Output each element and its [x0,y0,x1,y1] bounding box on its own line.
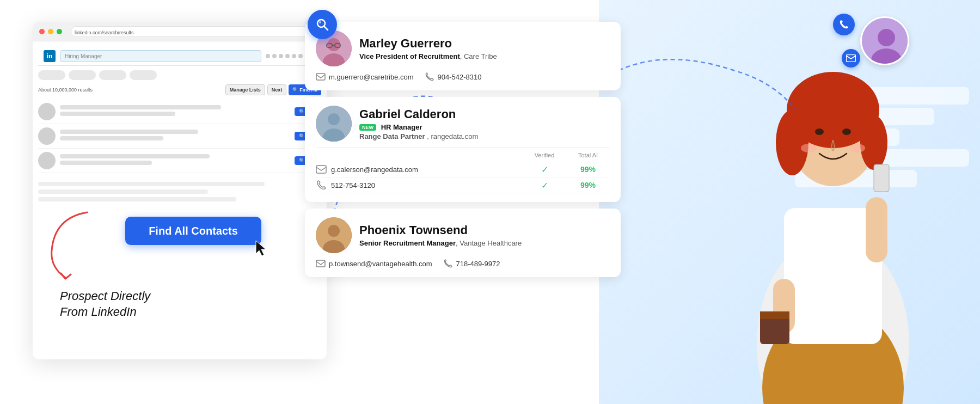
svg-line-1 [324,27,328,30]
contact-title-phoenix: Senior Recruitment Manager, Vantage Heal… [359,239,522,247]
contacts-section: Marley Guerrero Vice President of Recrui… [305,22,621,284]
email-icon-phoenix [316,259,326,268]
avatar-gabriel [316,106,352,142]
email-icon-gabriel [316,164,327,175]
vt-row-phone: 512-754-3120 ✓ 99% [316,177,610,193]
linkedin-filters [38,70,321,80]
li-row-line-1b [60,112,175,116]
contact-info-marley: Marley Guerrero Vice President of Recrui… [359,36,497,60]
phone-icon-gabriel [316,180,327,191]
li-bottom-area [38,182,321,201]
address-bar-text: linkedin.com/search/results [71,30,134,35]
li-row-lines-3 [60,154,290,167]
contact-card-marley: Marley Guerrero Vice President of Recrui… [305,22,621,90]
page-container: linkedin.com/search/results in Hiring Ma… [0,0,980,404]
close-button-dot [39,29,45,34]
contact-title-bold-marley: Vice President of Recruitment [359,52,460,60]
li-row-line-3a [60,154,210,158]
email-verified-check: ✓ [523,164,566,175]
contact-phone-marley: 904-542-8310 [425,72,482,82]
phone-value-marley: 904-542-8310 [438,73,482,81]
filter-pill-1 [38,70,65,80]
svg-rect-30 [874,164,889,192]
li-row-line-2a [60,130,198,134]
svg-point-4 [327,38,340,51]
search-icon-circle [308,10,337,39]
filter-pill-2 [69,70,96,80]
li-contact-row-3: 🔍Find [38,149,321,173]
phone-icon-phoenix [443,259,453,268]
svg-rect-33 [760,311,789,319]
verification-header: Verified Total AI [316,152,610,158]
contact-title-bold-phoenix: Senior Recruitment Manager [359,239,456,247]
linkedin-logo: in [44,50,56,62]
svg-point-11 [328,113,340,125]
vt-row-email: g.calerson@rangedata.com ✓ 99% [316,162,610,177]
svg-point-15 [328,225,340,237]
contact-name-phoenix: Phoenix Townsend [359,223,522,237]
li-avatar-3 [38,152,56,169]
contact-email-marley: m.guerrero@caretribe.com [316,72,414,82]
address-bar[interactable]: linkedin.com/search/results [71,26,315,37]
contact-card-phoenix: Phoenix Townsend Senior Recruitment Mana… [305,209,621,277]
contact-title-rest-marley: , Care Tribe [460,52,497,60]
contact-title-bold-gabriel: HR Manager [381,123,422,131]
total-ai-label: Total AI [566,152,610,158]
red-arrow-annotation [44,207,109,285]
minimize-button-dot [48,29,53,34]
contact-details-phoenix: p.townsend@vantagehealth.com 718-489-997… [316,259,610,268]
li-row-line-3b [60,161,152,165]
contact-company-gabriel: Range Data Partner , rangedata.com [359,132,478,140]
svg-rect-13 [316,166,326,173]
phone-icon-marley [425,72,434,82]
email-value-phoenix: p.townsend@vantagehealth.com [329,260,432,268]
phone-value-gabriel: 512-754-3120 [331,181,523,189]
manage-lists-btn[interactable]: Manage Lists [225,84,265,95]
next-btn[interactable]: Next [267,84,287,95]
li-row-line-2b [60,136,163,140]
svg-rect-29 [866,197,887,262]
li-avatar-2 [38,127,56,145]
prospect-line1: Prospect Directly [60,289,150,304]
prospect-annotation: Prospect Directly From LinkedIn [60,289,150,320]
contact-header-marley: Marley Guerrero Vice President of Recrui… [316,30,610,66]
email-percent: 99% [566,165,610,174]
filter-pill-4 [130,70,157,80]
contact-name-marley: Marley Guerrero [359,36,497,51]
li-row-line-1a [60,105,221,109]
svg-point-26 [776,110,808,175]
contact-email-phoenix: p.townsend@vantagehealth.com [316,259,432,268]
find-all-contacts-button[interactable]: Find All Contacts [125,217,261,245]
svg-point-27 [860,115,887,170]
verification-table-gabriel: Verified Total AI g.calerson@rangedata.c… [316,147,610,193]
linkedin-header: in Hiring Manager [38,47,321,66]
contact-card-gabriel: Gabriel Calderon NEW HR Manager Range Da… [305,97,621,202]
contact-phone-phoenix: 718-489-9972 [443,259,500,268]
svg-point-34 [815,128,824,135]
contact-header-phoenix: Phoenix Townsend Senior Recruitment Mana… [316,217,610,253]
contact-title-gabriel: NEW HR Manager [359,123,478,131]
svg-point-36 [801,144,816,152]
contact-title-rest-phoenix: , Vantage Healthcare [456,239,522,247]
contact-header-gabriel: Gabriel Calderon NEW HR Manager Range Da… [316,106,610,142]
contact-info-gabriel: Gabriel Calderon NEW HR Manager Range Da… [359,107,478,140]
li-placeholder-line-2 [38,189,208,194]
contact-name-gabriel: Gabriel Calderon [359,107,478,121]
badge-new: NEW [359,124,376,131]
right-section [599,0,980,404]
svg-point-2 [319,21,321,23]
results-count-text: About 10,000,000 results [38,87,93,93]
svg-point-35 [842,128,851,135]
phone-verified-check: ✓ [523,180,566,191]
phone-percent: 99% [566,181,610,189]
li-row-lines-1 [60,105,290,118]
li-contact-row-2: 🔍Find [38,124,321,149]
results-count-row: About 10,000,000 results Manage Lists Ne… [38,84,321,95]
prospect-line2: From LinkedIn [60,304,150,320]
linkedin-search-bar[interactable]: Hiring Manager [60,50,261,62]
li-avatar-1 [38,103,56,120]
browser-content: in Hiring Manager About 10,000,00 [33,41,327,207]
svg-rect-17 [316,260,325,267]
contact-details-marley: m.guerrero@caretribe.com 904-542-8310 [316,72,610,82]
maximize-button-dot [57,29,62,34]
